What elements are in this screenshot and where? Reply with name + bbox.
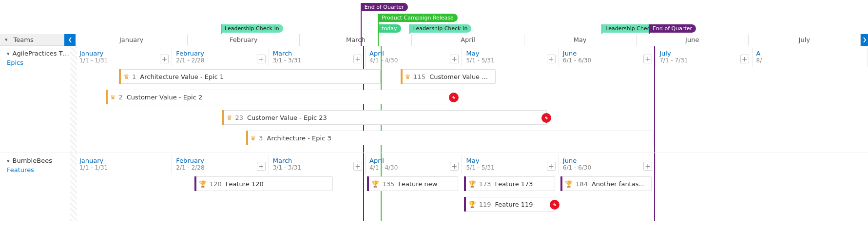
add-card-button[interactable]: + <box>643 55 652 63</box>
crown-icon: ♛ <box>123 73 129 80</box>
sprint[interactable]: June 6/1 - 6/30 + <box>559 155 656 174</box>
sprint-name: February <box>176 50 264 57</box>
chevron-down-icon[interactable]: ▾ <box>7 158 10 164</box>
card-stripe <box>246 131 248 145</box>
card-lane: ♛ 2 Customer Value - Epic 2 <box>76 90 868 107</box>
team-timeline: January 1/1 - 1/31 February 2/1 - 2/28 +… <box>76 153 868 221</box>
cards-layer: 🏆 120 Feature 120 🏆 135 Feature new 🏆 17… <box>76 176 868 214</box>
card-id: 115 <box>413 73 425 80</box>
sprint-name: July <box>659 50 748 57</box>
card-stripe <box>106 90 108 104</box>
team-name[interactable]: ▾AgilePractices T… <box>7 50 71 57</box>
crown-icon: ♛ <box>227 114 232 121</box>
card-id: 23 <box>235 114 243 121</box>
card-stripe <box>464 176 466 191</box>
crown-icon: ♛ <box>251 135 256 142</box>
sprint[interactable]: April 4/1 - 4/30 + <box>366 155 462 174</box>
work-item-card[interactable]: ♛ 23 Customer Value - Epic 23 <box>222 110 547 125</box>
scroll-right-button[interactable] <box>861 34 868 46</box>
add-card-button[interactable]: + <box>547 55 556 63</box>
month-header: January <box>76 34 188 46</box>
team-row: ▾AgilePractices T… Epics January 1/1 - 1… <box>0 46 868 153</box>
add-card-button[interactable]: + <box>450 162 459 171</box>
sprint[interactable]: January 1/1 - 1/31 <box>76 155 172 174</box>
sprint[interactable]: January 1/1 - 1/31 + <box>76 48 172 67</box>
sprint-range: 2/1 - 2/28 <box>176 164 264 171</box>
card-lane: 🏆 120 Feature 120 🏆 135 Feature new 🏆 17… <box>76 176 868 194</box>
card-title: Feature 173 <box>495 180 533 188</box>
team-name[interactable]: ▾BumbleBees <box>7 157 71 164</box>
sprint[interactable]: July 7/1 - 7/31 + <box>656 48 752 67</box>
team-backlog-type[interactable]: Epics <box>7 59 71 66</box>
chevron-down-icon[interactable]: ▾ <box>7 51 10 57</box>
sprint[interactable]: March 3/1 - 3/31 + <box>269 48 366 67</box>
sprint-header-row: January 1/1 - 1/31 February 2/1 - 2/28 +… <box>76 153 868 174</box>
sprint[interactable]: May 5/1 - 5/31 + <box>462 155 559 174</box>
dependency-icon[interactable] <box>550 200 559 210</box>
sprint[interactable]: April 4/1 - 4/30 + <box>366 48 462 67</box>
card-stripe <box>401 69 403 84</box>
cards-layer: ♛ 1 Architecture Value - Epic 1 ♛ 115 Cu… <box>76 69 868 148</box>
sprint-name: March <box>273 157 361 164</box>
sprint-name: January <box>79 50 168 57</box>
trophy-icon: 🏆 <box>371 180 379 188</box>
add-card-button[interactable]: + <box>450 55 459 63</box>
work-item-card[interactable]: 🏆 120 Feature 120 <box>194 176 333 191</box>
marker-pill: Leadership Check-in <box>409 24 472 33</box>
sprint[interactable]: March 3/1 - 3/31 + <box>269 155 366 174</box>
sprint-name: May <box>466 50 554 57</box>
card-title: Feature 119 <box>495 201 533 208</box>
add-card-button[interactable]: + <box>547 162 556 171</box>
work-item-card[interactable]: ♛ 3 Architecture - Epic 3 <box>246 131 654 145</box>
team-backlog-type[interactable]: Features <box>7 166 71 173</box>
add-card-button[interactable]: + <box>353 55 362 63</box>
dependency-icon[interactable] <box>449 93 459 102</box>
sprint[interactable]: May 5/1 - 5/31 + <box>462 48 559 67</box>
sprint-name: A <box>756 50 864 57</box>
card-lane: ♛ 23 Customer Value - Epic 23 <box>76 110 868 128</box>
add-card-button[interactable]: + <box>353 162 362 171</box>
marker-pill: End of Quarter <box>649 24 696 33</box>
marker-pill: today <box>378 24 401 33</box>
add-card-button[interactable]: + <box>257 162 266 171</box>
chevron-down-icon[interactable]: ▾ <box>5 37 8 43</box>
marker-pill: Leadership Check-in <box>221 24 283 33</box>
work-item-card[interactable]: 🏆 184 Another fantastic feature <box>560 176 652 191</box>
add-card-button[interactable]: + <box>160 55 169 63</box>
add-card-button[interactable]: + <box>740 55 749 63</box>
card-title: Customer Value - Epic 23 <box>247 114 327 121</box>
work-item-card[interactable]: ♛ 2 Customer Value - Epic 2 <box>106 90 454 104</box>
month-header: March <box>300 34 412 46</box>
work-item-card[interactable]: 🏆 119 Feature 119 <box>464 197 555 212</box>
sprint-range: 1/1 - 1/31 <box>79 164 168 171</box>
work-item-card[interactable]: 🏆 135 Feature new <box>367 176 458 191</box>
sprint[interactable]: February 2/1 - 2/28 + <box>172 155 269 174</box>
sprint-name: April <box>369 50 458 57</box>
crown-icon: ♛ <box>110 94 116 101</box>
add-card-button[interactable]: + <box>257 55 266 63</box>
card-title: Customer Value - Epic 115 <box>429 73 490 80</box>
card-id: 184 <box>576 180 588 188</box>
trophy-icon: 🏆 <box>468 180 476 188</box>
sprint-range: 3/1 - 3/31 <box>273 164 361 171</box>
add-card-button[interactable]: + <box>643 162 652 171</box>
card-id: 2 <box>118 94 122 101</box>
card-title: Feature 120 <box>226 180 264 188</box>
delivery-plan-root: ▾ Teams January February March April May… <box>0 0 868 221</box>
work-item-card[interactable]: ♛ 115 Customer Value - Epic 115 <box>401 69 496 84</box>
work-item-card[interactable]: 🏆 173 Feature 173 <box>464 176 555 191</box>
card-title: Another fantastic feature <box>592 180 646 188</box>
dependency-icon[interactable] <box>541 113 551 123</box>
card-stripe <box>222 110 224 125</box>
card-lane: ♛ 3 Architecture - Epic 3 <box>76 131 868 148</box>
sprint[interactable]: June 6/1 - 6/30 + <box>559 48 656 67</box>
team-row: ▾BumbleBees Features January 1/1 - 1/31 … <box>0 153 868 221</box>
sprint-name: April <box>369 157 458 164</box>
sprint[interactable]: A 8/ <box>752 48 868 67</box>
sprint[interactable]: February 2/1 - 2/28 + <box>172 48 269 67</box>
card-title: Customer Value - Epic 2 <box>127 94 203 101</box>
work-item-card[interactable]: ♛ 1 Architecture Value - Epic 1 <box>119 69 381 84</box>
team-side-panel: ▾AgilePractices T… Epics <box>0 46 76 153</box>
sprint-range: 3/1 - 3/31 <box>273 57 361 64</box>
scroll-left-button[interactable] <box>64 34 76 46</box>
